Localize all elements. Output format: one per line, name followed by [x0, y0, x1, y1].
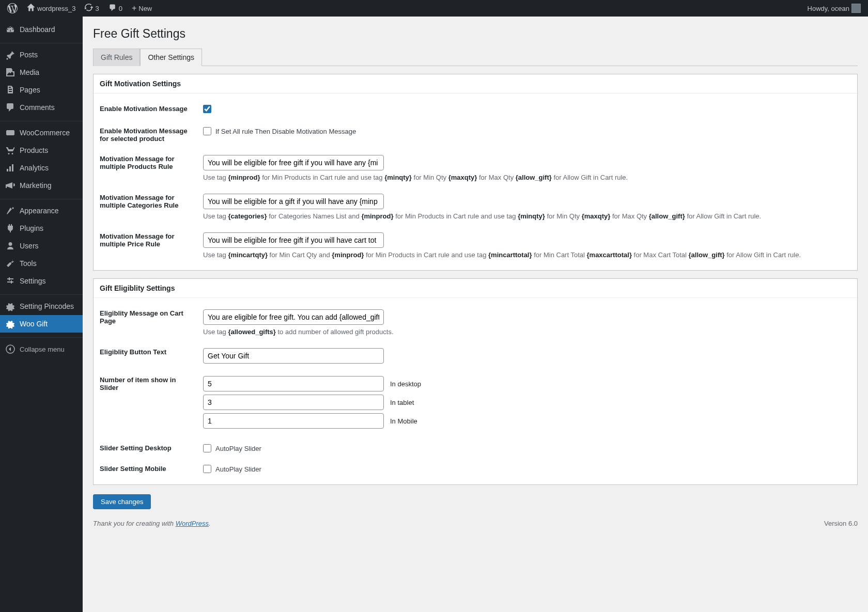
sidebar-item-posts[interactable]: Posts	[0, 46, 83, 64]
sidebar-item-label: Dashboard	[20, 25, 55, 34]
section-header: Gift Motivation Settings	[94, 74, 857, 93]
sidebar-item-label: Woo Gift	[20, 320, 48, 328]
sidebar-item-tools[interactable]: Tools	[0, 255, 83, 272]
sidebar-item-label: Marketing	[20, 181, 51, 190]
sidebar-item-label: Products	[20, 146, 48, 154]
sidebar-item-pincodes[interactable]: Setting Pincodes	[0, 297, 83, 315]
howdy-text: Howdy, ocean	[808, 5, 849, 12]
sidebar-item-pages[interactable]: Pages	[0, 81, 83, 99]
woocommerce-icon	[5, 128, 16, 138]
footer-version: Version 6.0	[824, 520, 858, 527]
save-button[interactable]: Save changes	[93, 494, 151, 509]
eligibility-msg-label: Eligiblity Message on Cart Page	[100, 309, 203, 325]
sidebar-item-woocommerce[interactable]: WooCommerce	[0, 124, 83, 142]
sidebar-item-label: Plugins	[20, 224, 43, 232]
multi-categories-label: Motivation Message for multiple Categori…	[100, 194, 203, 209]
pin-icon	[5, 50, 16, 60]
sidebar-item-comments[interactable]: Comments	[0, 99, 83, 116]
enable-selected-checkbox[interactable]	[203, 127, 211, 135]
sidebar-item-settings[interactable]: Settings	[0, 272, 83, 290]
sidebar-item-woogift[interactable]: Woo Gift	[0, 315, 83, 333]
updates-link[interactable]: 3	[82, 0, 102, 17]
enable-motivation-checkbox[interactable]	[203, 105, 211, 113]
analytics-icon	[5, 163, 16, 173]
slider-setting-desktop-label: Slider Setting Desktop	[100, 444, 203, 452]
sidebar-item-label: WooCommerce	[20, 129, 70, 137]
section-motivation: Gift Motivation Settings Enable Motivati…	[93, 74, 858, 271]
multi-products-help: Use tag {minprod} for Min Products in Ca…	[203, 174, 851, 181]
autoplay-mobile-label: AutoPlay Slider	[215, 465, 261, 473]
refresh-icon	[85, 4, 93, 13]
eligibility-msg-help: Use tag {allowed_gifts} to add number of…	[203, 328, 851, 336]
sidebar-separator	[0, 41, 83, 43]
sidebar-item-analytics[interactable]: Analytics	[0, 159, 83, 177]
settings-icon	[5, 276, 16, 286]
sidebar-item-label: Pages	[20, 86, 40, 94]
slider-desktop-input[interactable]	[203, 376, 384, 391]
gear-icon	[5, 301, 16, 311]
tab-gift-rules[interactable]: Gift Rules	[93, 49, 140, 66]
comments-link[interactable]: 0	[105, 0, 126, 17]
eligibility-button-input[interactable]	[203, 348, 384, 364]
tab-other-settings[interactable]: Other Settings	[140, 49, 202, 66]
users-icon	[5, 241, 16, 251]
eligibility-msg-input[interactable]	[203, 309, 384, 325]
slider-tablet-suffix: In tablet	[390, 399, 414, 406]
multi-price-label: Motivation Message for multiple Price Ru…	[100, 232, 203, 248]
new-link[interactable]: + New	[129, 0, 155, 17]
site-name-link[interactable]: wordpress_3	[24, 0, 79, 17]
home-icon	[27, 4, 35, 13]
sidebar-item-label: Tools	[20, 259, 37, 268]
sidebar-separator	[0, 119, 83, 121]
main-content: Free Gift Settings Gift Rules Other Sett…	[83, 17, 868, 612]
autoplay-desktop-label: AutoPlay Slider	[215, 445, 261, 452]
sidebar-item-plugins[interactable]: Plugins	[0, 219, 83, 237]
page-title: Free Gift Settings	[93, 17, 858, 49]
plugins-icon	[5, 223, 16, 233]
sidebar-item-dashboard[interactable]: Dashboard	[0, 21, 83, 38]
slider-tablet-input[interactable]	[203, 395, 384, 410]
multi-categories-input[interactable]	[203, 194, 384, 209]
autoplay-mobile-checkbox[interactable]	[203, 465, 211, 473]
wordpress-link[interactable]: WordPress	[176, 520, 209, 527]
section-eligibility: Gift Eligiblity Settings Eligiblity Mess…	[93, 278, 858, 485]
sidebar-item-appearance[interactable]: Appearance	[0, 202, 83, 219]
topbar-right: Howdy, ocean	[804, 0, 864, 17]
sidebar-item-label: Appearance	[20, 207, 59, 215]
comment-icon	[109, 4, 117, 13]
wp-logo[interactable]	[4, 0, 21, 17]
slider-setting-mobile-label: Slider Setting Mobile	[100, 465, 203, 473]
layout: Dashboard Posts Media Pages Comments Woo…	[0, 17, 868, 612]
footer: Thank you for creating with WordPress. V…	[93, 509, 858, 527]
multi-price-help: Use tag {mincartqty} for Min Cart Qty an…	[203, 251, 851, 259]
sidebar-separator	[0, 292, 83, 295]
updates-count: 3	[95, 5, 99, 12]
slider-count-label: Number of item show in Slider	[100, 376, 203, 391]
appearance-icon	[5, 206, 16, 216]
sidebar-item-label: Comments	[20, 103, 55, 112]
topbar-left: wordpress_3 3 0 + New	[4, 0, 155, 17]
multi-price-input[interactable]	[203, 232, 384, 248]
sidebar-separator	[0, 197, 83, 199]
slider-mobile-input[interactable]	[203, 413, 384, 429]
sidebar-item-label: Settings	[20, 277, 46, 285]
media-icon	[5, 67, 16, 77]
slider-desktop-suffix: In desktop	[390, 380, 421, 388]
sidebar-item-media[interactable]: Media	[0, 64, 83, 81]
slider-mobile-suffix: In Mobile	[390, 417, 417, 425]
sidebar-item-products[interactable]: Products	[0, 142, 83, 159]
tabs: Gift Rules Other Settings	[93, 49, 858, 66]
multi-products-input[interactable]	[203, 155, 384, 170]
pages-icon	[5, 85, 16, 95]
sidebar-item-label: Setting Pincodes	[20, 302, 74, 310]
collapse-menu[interactable]: Collapse menu	[0, 340, 83, 358]
sidebar-item-users[interactable]: Users	[0, 237, 83, 255]
howdy-link[interactable]: Howdy, ocean	[804, 0, 864, 17]
admin-topbar: wordpress_3 3 0 + New Howdy, ocean	[0, 0, 868, 17]
section-header: Gift Eligiblity Settings	[94, 279, 857, 298]
collapse-label: Collapse menu	[20, 346, 65, 353]
svg-rect-0	[6, 130, 14, 135]
sidebar-item-marketing[interactable]: Marketing	[0, 177, 83, 194]
enable-selected-label: Enable Motivation Message for selected p…	[100, 127, 203, 143]
autoplay-desktop-checkbox[interactable]	[203, 444, 211, 452]
